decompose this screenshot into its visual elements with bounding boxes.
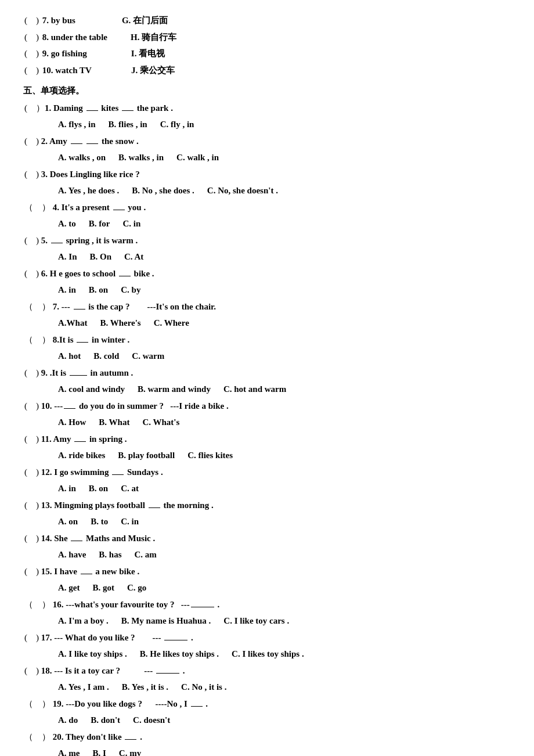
q8: （ ） 8.It is in winter . (23, 333, 511, 348)
q15: ( ) 15. I have a new bike . (23, 564, 511, 579)
q5-options: A. In B. On C. At (23, 250, 511, 265)
q1: ( ） 1. Daming kites the park . (23, 101, 511, 116)
match-item-7: ( ) 7. by bus G. 在门后面 (23, 13, 511, 28)
q11-options: A. ride bikes B. play football C. flies … (23, 448, 511, 463)
q5: ( ) 5. spring , it is warm . (23, 233, 511, 249)
q9: ( ) 9. .It is in autumn . (23, 366, 511, 381)
q18: ( ) 18. --- Is it a toy car ? --- . (23, 664, 511, 679)
q8-options: A. hot B. cold C. warm (23, 349, 511, 364)
q7-options: A.What B. Where's C. Where (23, 316, 511, 331)
q2: ( ) 2. Amy the snow . (23, 134, 511, 149)
q10-options: A. How B. What C. What's (23, 415, 511, 430)
q6-options: A. in B. on C. by (23, 283, 511, 298)
q3-options: A. Yes , he does . B. No , she does . C.… (23, 183, 511, 199)
q16-options: A. I'm a boy . B. My name is Huahua . C.… (23, 614, 511, 629)
q18-options: A. Yes , I am . B. Yes , it is . C. No ,… (23, 680, 511, 695)
q2-options: A. walks , on B. walks , in C. walk , in (23, 150, 511, 165)
match-item-9: ( ) 9. go fishing I. 看电视 (23, 46, 511, 62)
q11: ( ) 11. Amy in spring . (23, 432, 511, 447)
q7: （ ） 7. --- is the cap ? ---It's on the c… (23, 300, 511, 315)
q12: ( ) 12. I go swimming Sundays . (23, 465, 511, 480)
q16: （ ） 16. ---what's your favourite toy ? -… (23, 597, 511, 613)
q12-options: A. in B. on C. at (23, 481, 511, 496)
q20: （ ） 20. They don't like . (23, 730, 511, 745)
q6: ( ) 6. H e goes to school bike . (23, 267, 511, 282)
q17: ( ) 17. --- What do you like ? --- . (23, 631, 511, 646)
q14-options: A. have B. has C. am (23, 548, 511, 563)
q4-options: A. to B. for C. in (23, 217, 511, 232)
match-item-10: ( ) 10. watch TV J. 乘公交车 (23, 63, 511, 78)
matching-section: ( ) 7. by bus G. 在门后面 ( ) 8. under the t… (23, 13, 511, 78)
questions-list: ( ） 1. Daming kites the park . A. flys ,… (23, 101, 511, 757)
q13-options: A. on B. to C. in (23, 514, 511, 530)
q14: ( ) 14. She Maths and Music . (23, 531, 511, 546)
q17-options: A. I like toy ships . B. He likes toy sh… (23, 647, 511, 662)
q19: （ ） 19. ---Do you like dogs ? ----No , I… (23, 697, 511, 712)
q1-options: A. flys , in B. flies , in C. fly , in (23, 117, 511, 132)
q19-options: A. do B. don't C. doesn't (23, 713, 511, 728)
section5-title: 五、单项选择。 (23, 84, 511, 99)
q9-options: A. cool and windy B. warm and windy C. h… (23, 382, 511, 397)
q4: （ ） 4. It's a present you . (23, 200, 511, 215)
match-item-8: ( ) 8. under the table H. 骑自行车 (23, 30, 511, 45)
q10: ( ) 10. --- do you do in summer ? ---I r… (23, 399, 511, 414)
q15-options: A. get B. got C. go (23, 581, 511, 596)
q20-options: A. me B. I C. my (23, 746, 511, 756)
q3: ( ) 3. Does Lingling like rice ? (23, 167, 511, 182)
q13: ( ) 13. Mingming plays football the morn… (23, 498, 511, 513)
